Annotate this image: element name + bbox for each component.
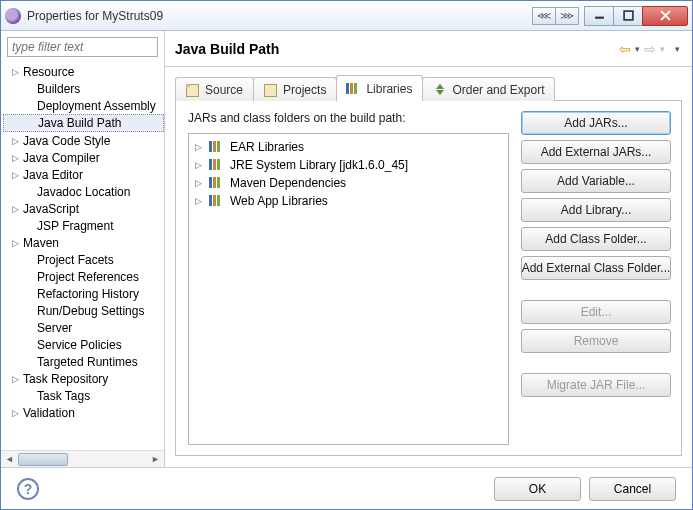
- eclipse-icon: [5, 8, 21, 24]
- tree-item[interactable]: ▷Java Editor: [3, 166, 164, 183]
- tabs: Source Projects Libraries Order and Expo…: [175, 75, 682, 101]
- back-menu-icon[interactable]: ▾: [633, 44, 642, 54]
- remove-button: Remove: [521, 329, 671, 353]
- nav-back-icon[interactable]: ⋘: [532, 7, 556, 25]
- add-jars-button[interactable]: Add JARs...: [521, 111, 671, 135]
- add-external-class-folder-button[interactable]: Add External Class Folder...: [521, 256, 671, 280]
- tree-item[interactable]: ▷Validation: [3, 404, 164, 421]
- minimize-button[interactable]: [584, 6, 614, 26]
- nav-fwd-icon[interactable]: ⋙: [555, 7, 579, 25]
- scroll-left-icon[interactable]: ◄: [1, 452, 18, 467]
- h-scrollbar[interactable]: ◄ ►: [1, 450, 164, 467]
- library-icon: [209, 158, 225, 172]
- tree-item[interactable]: ▷Java Code Style: [3, 132, 164, 149]
- expand-arrow-icon[interactable]: ▷: [9, 67, 21, 77]
- tree-item-label: Validation: [21, 406, 75, 420]
- filter-input[interactable]: [7, 37, 158, 57]
- tree-item[interactable]: Java Build Path: [3, 114, 164, 132]
- libraries-caption: JARs and class folders on the build path…: [188, 111, 509, 125]
- libraries-area: JARs and class folders on the build path…: [188, 111, 509, 445]
- expand-arrow-icon[interactable]: ▷: [195, 178, 209, 188]
- main-pane: Java Build Path ⇦ ▾ ⇨ ▾ ▾ Source Project…: [165, 31, 692, 467]
- tree-item[interactable]: Service Policies: [3, 336, 164, 353]
- expand-arrow-icon[interactable]: ▷: [195, 142, 209, 152]
- library-icon: [345, 82, 361, 96]
- tree-item-label: Server: [35, 321, 72, 335]
- tab-order[interactable]: Order and Export: [422, 77, 555, 101]
- tab-source[interactable]: Source: [175, 77, 254, 101]
- ok-button[interactable]: OK: [494, 477, 581, 501]
- tree-item-label: Javadoc Location: [35, 185, 130, 199]
- add-variable-button[interactable]: Add Variable...: [521, 169, 671, 193]
- add-library-button[interactable]: Add Library...: [521, 198, 671, 222]
- tree-item-label: Java Editor: [21, 168, 83, 182]
- maximize-button[interactable]: [613, 6, 643, 26]
- expand-arrow-icon[interactable]: ▷: [9, 136, 21, 146]
- tree-item-label: JavaScript: [21, 202, 79, 216]
- source-folder-icon: [184, 83, 200, 97]
- scroll-thumb[interactable]: [18, 453, 68, 466]
- tree-item[interactable]: Deployment Assembly: [3, 97, 164, 114]
- tree-item[interactable]: ▷Java Compiler: [3, 149, 164, 166]
- library-item[interactable]: ▷Maven Dependencies: [191, 174, 506, 192]
- edit-button: Edit...: [521, 300, 671, 324]
- add-external-jars-button[interactable]: Add External JARs...: [521, 140, 671, 164]
- tree-item[interactable]: ▷Resource: [3, 63, 164, 80]
- tree-item[interactable]: Refactoring History: [3, 285, 164, 302]
- tree-item-label: Java Build Path: [36, 116, 121, 130]
- tree-item[interactable]: ▷Maven: [3, 234, 164, 251]
- add-class-folder-button[interactable]: Add Class Folder...: [521, 227, 671, 251]
- tree-item[interactable]: Run/Debug Settings: [3, 302, 164, 319]
- tree-item[interactable]: Project Facets: [3, 251, 164, 268]
- sidebar: ▷ResourceBuildersDeployment AssemblyJava…: [1, 31, 165, 467]
- back-arrow-icon[interactable]: ⇦: [617, 41, 633, 57]
- tree-item[interactable]: Builders: [3, 80, 164, 97]
- tab-libraries[interactable]: Libraries: [336, 75, 423, 101]
- order-icon: [431, 83, 447, 97]
- property-tree[interactable]: ▷ResourceBuildersDeployment AssemblyJava…: [1, 63, 164, 450]
- expand-arrow-icon[interactable]: ▷: [195, 196, 209, 206]
- expand-arrow-icon[interactable]: ▷: [9, 374, 21, 384]
- library-label: JRE System Library [jdk1.6.0_45]: [230, 158, 408, 172]
- tree-item-label: Service Policies: [35, 338, 122, 352]
- tree-item[interactable]: Javadoc Location: [3, 183, 164, 200]
- library-label: Maven Dependencies: [230, 176, 346, 190]
- scroll-right-icon[interactable]: ►: [147, 452, 164, 467]
- tree-item[interactable]: Server: [3, 319, 164, 336]
- library-icon: [209, 194, 225, 208]
- tree-item[interactable]: JSP Fragment: [3, 217, 164, 234]
- library-item[interactable]: ▷JRE System Library [jdk1.6.0_45]: [191, 156, 506, 174]
- cancel-button[interactable]: Cancel: [589, 477, 676, 501]
- tab-label: Order and Export: [452, 83, 544, 97]
- libraries-list[interactable]: ▷EAR Libraries▷JRE System Library [jdk1.…: [188, 133, 509, 445]
- tree-item[interactable]: Task Tags: [3, 387, 164, 404]
- library-label: Web App Libraries: [230, 194, 328, 208]
- tree-item-label: Resource: [21, 65, 74, 79]
- tree-item[interactable]: Targeted Runtimes: [3, 353, 164, 370]
- expand-arrow-icon[interactable]: ▷: [9, 170, 21, 180]
- close-button[interactable]: [642, 6, 688, 26]
- library-item[interactable]: ▷Web App Libraries: [191, 192, 506, 210]
- expand-arrow-icon[interactable]: ▷: [9, 153, 21, 163]
- tree-item[interactable]: ▷JavaScript: [3, 200, 164, 217]
- expand-arrow-icon[interactable]: ▷: [9, 204, 21, 214]
- page-title: Java Build Path: [175, 41, 617, 57]
- tree-item-label: Targeted Runtimes: [35, 355, 138, 369]
- view-menu-icon[interactable]: ▾: [673, 44, 682, 54]
- help-icon[interactable]: ?: [17, 478, 39, 500]
- library-label: EAR Libraries: [230, 140, 304, 154]
- projects-folder-icon: [262, 83, 278, 97]
- tree-item[interactable]: Project References: [3, 268, 164, 285]
- tree-item[interactable]: ▷Task Repository: [3, 370, 164, 387]
- tab-projects[interactable]: Projects: [253, 77, 337, 101]
- dialog-footer: ? OK Cancel: [1, 467, 692, 510]
- tab-label: Projects: [283, 83, 326, 97]
- library-icon: [209, 140, 225, 154]
- expand-arrow-icon[interactable]: ▷: [9, 238, 21, 248]
- tab-label: Libraries: [366, 82, 412, 96]
- expand-arrow-icon[interactable]: ▷: [9, 408, 21, 418]
- library-item[interactable]: ▷EAR Libraries: [191, 138, 506, 156]
- content: Source Projects Libraries Order and Expo…: [165, 67, 692, 467]
- tree-item-label: JSP Fragment: [35, 219, 113, 233]
- expand-arrow-icon[interactable]: ▷: [195, 160, 209, 170]
